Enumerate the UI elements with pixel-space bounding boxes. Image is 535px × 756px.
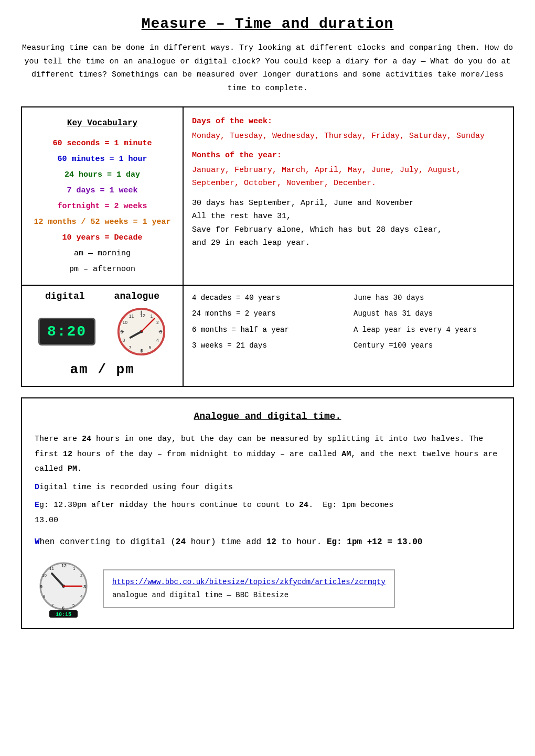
svg-text:4: 4	[156, 338, 159, 343]
conv-item-0-right: June has 30 days	[354, 292, 505, 304]
section-para2: Digital time is recorded using four digi…	[35, 480, 500, 495]
vocab-item-seconds: 60 seconds = 1 minute	[30, 136, 174, 152]
months-heading: Months of the year:	[192, 149, 505, 163]
analogue-label: analogue	[114, 291, 159, 301]
bottom-clock-image: 12 3 6 9 1 2 4 5 7 8 10 11	[35, 560, 92, 618]
section-para1: There are 24 hours in one day, but the d…	[35, 432, 500, 477]
poem-section: 30 days has September, April, June and N…	[192, 197, 505, 250]
conv-item-1-left: 24 months = 2 years	[192, 308, 343, 319]
vocab-item-fortnight: fortnight = 2 weeks	[30, 199, 174, 214]
poem-line3: Save for February alone, Which has but 2…	[192, 225, 442, 234]
vocab-item-days: 7 days = 1 week	[30, 183, 174, 199]
conversions-box: 4 decades = 40 years June has 30 days 24…	[184, 286, 514, 387]
digital-label: digital	[45, 291, 85, 301]
link-box: https://www.bbc.co.uk/bitesize/topics/zk…	[103, 569, 395, 608]
section-body: There are 24 hours in one day, but the d…	[35, 432, 500, 617]
top-section: Key Vocabulary 60 seconds = 1 minute 60 …	[21, 106, 514, 286]
svg-text:4: 4	[80, 594, 83, 599]
poem-line2: All the rest have 31,	[192, 212, 291, 221]
clock-labels: digital analogue	[30, 291, 174, 301]
clock-images: 8:20 12 3 6 9 1 2 4	[30, 307, 174, 357]
svg-text:2: 2	[80, 573, 83, 578]
conv-item-3-right: Century =100 years	[354, 340, 505, 351]
section-para3: Eg: 12.30pm after midday the hours conti…	[35, 498, 500, 528]
ampm-label: am / pm	[70, 362, 134, 377]
svg-text:12: 12	[140, 312, 146, 318]
conv-item-1-right: August has 31 days	[354, 308, 505, 319]
bottom-row: 12 3 6 9 1 2 4 5 7 8 10 11	[35, 560, 500, 618]
vocab-item-hours: 24 hours = 1 day	[30, 167, 174, 183]
vocab-item-pm: pm – afternoon	[30, 262, 174, 277]
svg-text:9: 9	[121, 329, 123, 334]
svg-text:7: 7	[51, 603, 54, 608]
svg-text:1: 1	[73, 566, 76, 571]
digital-clock-display: 8:20	[38, 318, 95, 345]
link-label: analogue and digital time — BBC Bitesize	[112, 591, 288, 599]
svg-text:1: 1	[151, 314, 153, 319]
page-title: Measure – Time and duration	[21, 16, 514, 32]
svg-text:11: 11	[49, 566, 54, 571]
svg-text:6: 6	[62, 606, 65, 611]
vocab-item-am: am — morning	[30, 246, 174, 262]
svg-text:2: 2	[156, 320, 159, 325]
clock-left-panel: digital analogue 8:20 12 3 6	[21, 286, 184, 387]
days-content: Monday, Tuesday, Wednesday, Thursday, Fr…	[192, 129, 505, 143]
svg-text:3: 3	[159, 329, 162, 334]
clock-section: digital analogue 8:20 12 3 6	[21, 286, 514, 387]
svg-text:9: 9	[40, 584, 42, 589]
bbc-bitesize-link[interactable]: https://www.bbc.co.uk/bitesize/topics/zk…	[112, 578, 386, 586]
svg-text:6: 6	[141, 348, 143, 353]
svg-text:10:15: 10:15	[56, 612, 71, 618]
vocab-item-decade: 10 years = Decade	[30, 230, 174, 246]
vocab-item-minutes: 60 minutes = 1 hour	[30, 152, 174, 167]
conv-item-2-right: A leap year is every 4 years	[354, 324, 505, 336]
svg-text:10: 10	[42, 573, 47, 578]
days-months-box: Days of the week: Monday, Tuesday, Wedne…	[184, 106, 514, 286]
poem-line1: 30 days has September, April, June and N…	[192, 199, 414, 208]
conv-item-2-left: 6 months = half a year	[192, 324, 343, 336]
svg-text:12: 12	[61, 563, 67, 568]
poem-line4: and 29 in each leap year.	[192, 239, 310, 247]
vocab-item-months: 12 months / 52 weeks = 1 year	[30, 214, 174, 230]
months-content: January, February, March, April, May, Ju…	[192, 164, 505, 190]
days-heading: Days of the week:	[192, 115, 505, 128]
section-title: Analogue and digital time.	[35, 408, 500, 425]
key-vocab-title: Key Vocabulary	[30, 115, 174, 132]
conv-item-0-left: 4 decades = 40 years	[192, 292, 343, 304]
svg-text:5: 5	[149, 345, 152, 350]
svg-text:10: 10	[122, 320, 127, 325]
conv-item-3-left: 3 weeks = 21 days	[192, 340, 343, 351]
intro-text: Measuring time can be done in different …	[21, 41, 514, 95]
svg-text:8: 8	[43, 594, 46, 599]
svg-text:7: 7	[129, 345, 132, 350]
key-vocab-box: Key Vocabulary 60 seconds = 1 minute 60 …	[21, 106, 184, 286]
svg-text:5: 5	[72, 603, 75, 608]
svg-text:11: 11	[129, 314, 134, 319]
section-para4: When converting to digital (24 hour) tim…	[35, 534, 500, 550]
analogue-clock-display: 12 3 6 9 1 2 4 5 7 8 10 11	[116, 307, 166, 357]
svg-text:8: 8	[122, 338, 125, 343]
analogue-digital-section: Analogue and digital time. There are 24 …	[21, 397, 514, 629]
svg-text:3: 3	[83, 584, 86, 589]
